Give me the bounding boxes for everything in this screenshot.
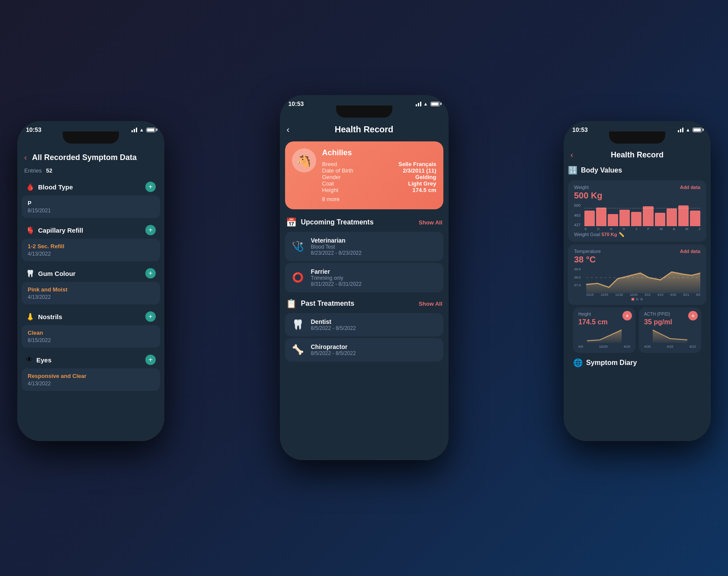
acth-d2: 4/22	[667, 345, 673, 349]
treatment-chiro[interactable]: 🦴 Chiropractor 8/5/2022 - 8/5/2022	[285, 338, 443, 362]
temp-value: 38 °C	[574, 255, 700, 265]
dot-1	[632, 298, 634, 301]
capillary-card[interactable]: 1-2 Sec. Refill 4/13/2022	[22, 239, 160, 261]
body-values-icon: 🔢	[568, 166, 577, 175]
h-d2: 10/25	[599, 345, 608, 349]
add-blood-type-button[interactable]: +	[145, 182, 156, 192]
signal-icon	[131, 128, 137, 132]
treatment-farrier[interactable]: ⭕ Farrier Trimming only 8/31/2022 - 8/31…	[285, 263, 443, 292]
bar-5	[631, 212, 641, 226]
back-button-left[interactable]: ‹	[24, 153, 27, 162]
nostrils-date: 8/15/2022	[28, 337, 154, 343]
entries-count: 52	[46, 167, 52, 174]
center-header: ‹ Health Record	[280, 121, 449, 138]
chiro-info: Chiropractor 8/5/2022 - 8/5/2022	[311, 343, 356, 356]
pet-info: Achilles Breed Selle Français Date of Bi…	[322, 148, 436, 202]
pet-dob-row: Date of Birth 2/3/2011 (11)	[322, 167, 436, 174]
dot-3	[640, 298, 643, 301]
left-header: ‹ All Recorded Symptom Data	[17, 149, 164, 166]
temp-date-7: 4/20	[670, 293, 677, 296]
eyes-date: 4/13/2022	[28, 381, 154, 387]
temp-date-4: 12/24	[630, 293, 638, 296]
gum-card[interactable]: Pink and Moist 4/13/2022	[22, 282, 160, 304]
add-gum-button[interactable]: +	[145, 268, 156, 278]
chart-label-d: D	[622, 227, 625, 231]
pet-dob-label: Date of Birth	[322, 167, 374, 174]
back-button-center[interactable]: ‹	[287, 125, 290, 134]
temp-date-8: 6/21	[683, 293, 689, 296]
eyes-card[interactable]: Responsive and Clear 4/13/2022	[22, 368, 160, 391]
chiro-title: Chiropractor	[311, 343, 356, 350]
farrier-dates: 8/31/2022 - 8/31/2022	[311, 281, 362, 287]
symptom-diary-section: 🌐 Symptom Diary	[568, 355, 706, 370]
bar-4	[619, 210, 630, 226]
h-d3: 4/20	[623, 345, 630, 349]
treatment-dentist[interactable]: 🦷 Dentist 8/5/2022 - 8/5/2022	[285, 313, 443, 336]
body-values-title: Body Values	[581, 166, 622, 174]
center-title: Health Record	[335, 125, 394, 134]
blood-type-title: Blood Type	[38, 183, 73, 191]
vet-icon: 🩺	[291, 241, 305, 252]
dentist-icon: 🦷	[291, 319, 305, 330]
left-title: All Recorded Symptom Data	[32, 153, 137, 162]
past-title: Past Treatments	[301, 300, 355, 307]
status-icons-left: ▲	[131, 127, 156, 132]
upcoming-show-all[interactable]: Show All	[419, 219, 442, 226]
wifi-center-icon: ▲	[423, 101, 428, 106]
add-eyes-button[interactable]: +	[145, 355, 156, 365]
weight-goal: Weight Goal 570 Kg ✏️	[574, 232, 700, 237]
capillary-value: 1-2 Sec. Refill	[28, 243, 154, 250]
add-capillary-button[interactable]: +	[145, 225, 156, 235]
time-center: 10:53	[289, 100, 304, 107]
temp-date-2: 10/25	[601, 293, 609, 296]
acth-card: + ACTH (PPID) 35 pg/ml	[639, 307, 701, 353]
chart-label-a: A	[673, 227, 675, 231]
nostrils-card[interactable]: Clean 8/15/2022	[22, 325, 160, 348]
gum-value: Pink and Moist	[28, 286, 154, 293]
chart-label-f: F	[648, 227, 650, 231]
weight-card: Weight Add data 500 Kg 500 463 427	[568, 180, 706, 242]
gum-date: 4/13/2022	[28, 294, 154, 300]
vet-subtitle: Blood Test	[311, 244, 362, 250]
pet-avatar: 🐴	[292, 148, 316, 173]
capillary-icon: 🫀	[26, 226, 35, 234]
capillary-date: 4/13/2022	[28, 251, 154, 257]
chart-label-n: N	[610, 227, 613, 231]
chart-label-s: S	[584, 227, 587, 231]
temperature-card: Temperature Add data 38 °C 38.8 38.0 37.…	[568, 244, 706, 305]
past-show-all[interactable]: Show All	[419, 301, 442, 307]
weight-label: Weight	[574, 185, 589, 190]
vet-info: Veterinarian Blood Test 8/23/2022 - 8/23…	[311, 237, 362, 256]
scene: 10:53 ▲ ‹	[0, 0, 728, 576]
pet-card[interactable]: 🐴 Achilles Breed Selle Français Date of …	[285, 141, 443, 209]
add-nostrils-button[interactable]: +	[145, 311, 156, 322]
farrier-icon: ⭕	[291, 272, 305, 283]
symptom-section-nostrils: 👃 Nostrils + Clean 8/15/2022	[22, 308, 160, 348]
nostrils-title: Nostrils	[38, 313, 62, 320]
temp-date-3: 11/18	[615, 293, 623, 296]
entries-row: Entries 52	[17, 166, 164, 178]
pet-coat-row: Coat Light Grey	[322, 180, 436, 187]
entries-label: Entries	[24, 167, 42, 174]
acth-d1: 4/20	[644, 345, 651, 349]
acth-add-button[interactable]: +	[688, 311, 698, 320]
signal-right	[678, 128, 683, 132]
body-values-header: 🔢 Body Values	[568, 163, 706, 178]
temp-add-button[interactable]: Add data	[680, 249, 700, 254]
pet-breed-label: Breed	[322, 161, 374, 167]
eyes-value: Responsive and Clear	[28, 373, 154, 379]
temp-y-mid: 38.0	[574, 275, 581, 279]
upcoming-icon: 📅	[286, 217, 297, 227]
height-add-button[interactable]: +	[622, 311, 632, 320]
height-card: + Height 174.5 cm	[573, 307, 635, 353]
symptom-section-eyes: 👁 Eyes + Responsive and Clear 4/13/2022	[22, 351, 160, 391]
back-button-right[interactable]: ‹	[571, 150, 573, 160]
temp-y-bot: 37.3	[574, 283, 581, 287]
blood-type-card[interactable]: P 8/15/2021	[22, 195, 160, 218]
status-icons-right: ▲	[678, 127, 702, 132]
treatment-vet[interactable]: 🩺 Veterinarian Blood Test 8/23/2022 - 8/…	[285, 232, 443, 261]
weight-add-button[interactable]: Add data	[680, 185, 700, 190]
more-link[interactable]: 8 more	[322, 196, 436, 202]
wifi-icon: ▲	[139, 127, 144, 132]
upcoming-treatments-header: 📅 Upcoming Treatments Show All	[280, 213, 449, 230]
